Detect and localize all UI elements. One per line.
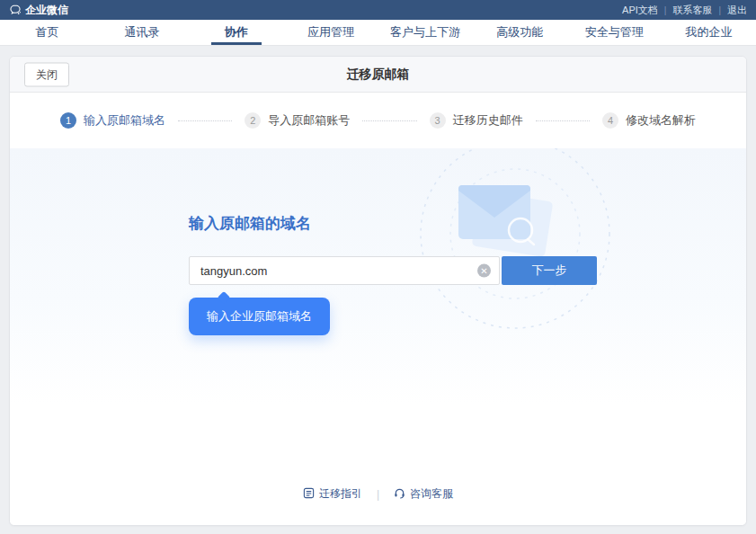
- migration-guide-link[interactable]: 迁移指引: [303, 486, 362, 502]
- step-connector: [536, 120, 590, 121]
- domain-input-row: ✕ 下一步: [189, 256, 597, 285]
- nav-tab-security[interactable]: 安全与管理: [567, 20, 662, 45]
- wework-bubble-icon: [9, 4, 22, 16]
- step-enter-domain: 1 输入原邮箱域名: [60, 112, 165, 129]
- headset-icon: [394, 487, 405, 502]
- step-label: 导入原邮箱账号: [268, 112, 350, 129]
- step-update-dns: 4 修改域名解析: [602, 112, 696, 129]
- domain-hint-tooltip: 输入企业原邮箱域名: [189, 298, 330, 335]
- step-label: 迁移历史邮件: [453, 112, 523, 129]
- app-logo: 企业微信: [9, 3, 68, 18]
- step-number-badge: 2: [245, 112, 261, 129]
- migration-guide-label: 迁移指引: [319, 486, 362, 502]
- migration-wizard-card: 关闭 迁移原邮箱 1 输入原邮箱域名 2 导入原邮箱账号 3 迁移历史邮件 4 …: [9, 56, 747, 526]
- wizard-title: 迁移原邮箱: [10, 57, 746, 92]
- nav-tab-home[interactable]: 首页: [0, 20, 94, 45]
- document-icon: [303, 487, 315, 502]
- step-label: 输入原邮箱域名: [84, 112, 165, 129]
- wizard-header: 关闭 迁移原邮箱: [10, 57, 746, 93]
- step-label: 修改域名解析: [626, 112, 696, 129]
- topbar-separator: |: [718, 5, 721, 15]
- nav-tab-my-company[interactable]: 我的企业: [662, 20, 756, 45]
- footer-links: 迁移指引 | 咨询客服: [10, 486, 746, 502]
- nav-tab-advanced[interactable]: 高级功能: [473, 20, 567, 45]
- envelope-illustration: [369, 148, 648, 360]
- step-connector: [362, 120, 416, 121]
- app-logo-text: 企业微信: [25, 3, 68, 18]
- nav-tab-customers[interactable]: 客户与上下游: [378, 20, 473, 45]
- step-migrate-history: 3 迁移历史邮件: [430, 112, 523, 129]
- main-nav: 首页 通讯录 协作 应用管理 客户与上下游 高级功能 安全与管理 我的企业: [0, 20, 756, 46]
- step-connector: [178, 120, 232, 121]
- topbar: 企业微信 API文档 | 联系客服 | 退出: [0, 0, 756, 20]
- contact-support-link[interactable]: 联系客服: [672, 4, 712, 17]
- next-step-button[interactable]: 下一步: [502, 256, 597, 285]
- wizard-content: 输入原邮箱的域名 ✕ 下一步 输入企业原邮箱域名 迁移指引 |: [10, 148, 746, 525]
- footer-separator: |: [377, 488, 379, 501]
- domain-input-wrap: ✕: [189, 256, 500, 285]
- topbar-links: API文档 | 联系客服 | 退出: [622, 4, 747, 17]
- contact-support-footer-link[interactable]: 咨询客服: [394, 486, 453, 502]
- logout-link[interactable]: 退出: [727, 4, 747, 17]
- step-number-badge: 1: [60, 112, 76, 129]
- clear-input-icon[interactable]: ✕: [477, 264, 491, 278]
- topbar-separator: |: [664, 5, 667, 15]
- domain-input[interactable]: [189, 256, 500, 285]
- nav-tab-collaboration[interactable]: 协作: [189, 20, 283, 45]
- step-number-badge: 4: [602, 112, 618, 129]
- page-title: 输入原邮箱的域名: [189, 213, 311, 234]
- step-number-badge: 3: [430, 112, 446, 129]
- wizard-steps: 1 输入原邮箱域名 2 导入原邮箱账号 3 迁移历史邮件 4 修改域名解析: [10, 93, 746, 148]
- nav-tab-contacts[interactable]: 通讯录: [94, 20, 189, 45]
- api-docs-link[interactable]: API文档: [622, 4, 658, 17]
- contact-support-footer-label: 咨询客服: [410, 486, 453, 502]
- nav-tab-apps[interactable]: 应用管理: [283, 20, 378, 45]
- step-import-accounts: 2 导入原邮箱账号: [245, 112, 350, 129]
